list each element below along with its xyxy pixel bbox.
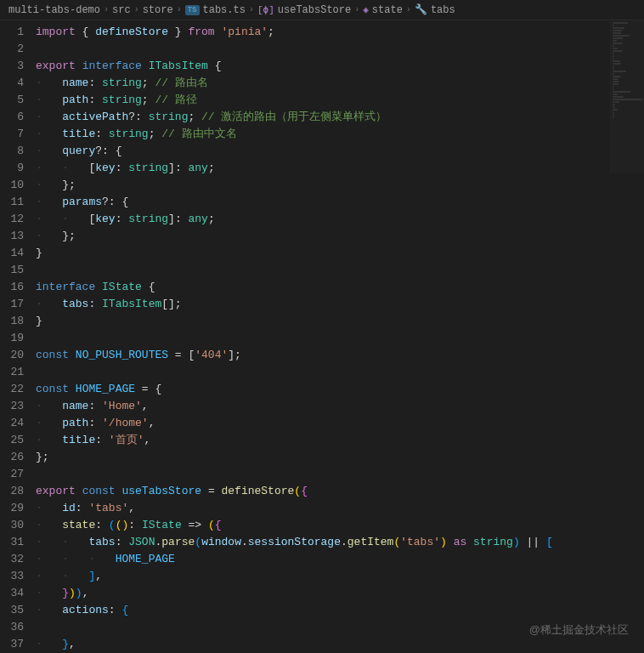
watermark: @稀土掘金技术社区 xyxy=(529,622,629,638)
line-number: 8 xyxy=(0,143,24,160)
code-line[interactable]: · · ], xyxy=(36,568,644,585)
code-line[interactable]: · path: '/home', xyxy=(36,415,644,432)
line-number: 32 xyxy=(0,551,24,568)
code-line[interactable]: · actions: { xyxy=(36,602,644,619)
code-line[interactable]: import { defineStore } from 'pinia'; xyxy=(36,24,644,41)
breadcrumb-item[interactable]: tabs xyxy=(431,4,455,16)
chevron-right-icon: › xyxy=(104,5,109,14)
code-line[interactable]: · tabs: ITabsItem[]; xyxy=(36,296,644,313)
line-number: 37 xyxy=(0,636,24,653)
code-line[interactable]: · name: 'Home', xyxy=(36,398,644,415)
code-line[interactable]: const NO_PUSH_ROUTES = ['404']; xyxy=(36,347,644,364)
breadcrumb-item[interactable]: state xyxy=(372,4,403,16)
code-line[interactable]: · title: '首页', xyxy=(36,432,644,449)
chevron-right-icon: › xyxy=(354,5,359,14)
line-number: 24 xyxy=(0,415,24,432)
line-number: 2 xyxy=(0,41,24,58)
line-number: 10 xyxy=(0,177,24,194)
minimap[interactable] xyxy=(610,20,644,173)
line-number: 13 xyxy=(0,228,24,245)
line-number: 11 xyxy=(0,194,24,211)
code-line[interactable] xyxy=(36,466,644,483)
breadcrumb-item[interactable]: src xyxy=(112,4,131,16)
line-number: 5 xyxy=(0,92,24,109)
symbol-variable-icon: [ϕ] xyxy=(257,4,274,15)
code-line[interactable]: · }; xyxy=(36,177,644,194)
code-editor[interactable]: 1234567891011121314151617181920212223242… xyxy=(0,20,644,653)
code-content[interactable]: import { defineStore } from 'pinia'; exp… xyxy=(36,20,644,653)
line-number: 18 xyxy=(0,313,24,330)
code-line[interactable] xyxy=(36,330,644,347)
code-line[interactable]: interface IState { xyxy=(36,279,644,296)
code-line[interactable]: · state: ((): IState => ({ xyxy=(36,517,644,534)
code-line[interactable] xyxy=(36,262,644,279)
line-number: 19 xyxy=(0,330,24,347)
code-line[interactable]: · · · HOME_PAGE xyxy=(36,551,644,568)
line-number: 22 xyxy=(0,381,24,398)
line-number: 28 xyxy=(0,483,24,500)
code-line[interactable]: · activePath?: string; // 激活的路由（用于左侧菜单样式… xyxy=(36,109,644,126)
line-number: 31 xyxy=(0,534,24,551)
line-number: 25 xyxy=(0,432,24,449)
code-line[interactable]: · params?: { xyxy=(36,194,644,211)
breadcrumb-item[interactable]: multi-tabs-demo xyxy=(8,4,100,16)
code-line[interactable]: export interface ITabsItem { xyxy=(36,58,644,75)
chevron-right-icon: › xyxy=(249,5,254,14)
line-number: 1 xyxy=(0,24,24,41)
breadcrumb-item[interactable]: useTabsStore xyxy=(278,4,351,16)
code-line[interactable]: const HOME_PAGE = { xyxy=(36,381,644,398)
code-line[interactable]: · path: string; // 路径 xyxy=(36,92,644,109)
breadcrumb-item[interactable]: store xyxy=(143,4,173,16)
code-line[interactable]: · }; xyxy=(36,228,644,245)
chevron-right-icon: › xyxy=(177,5,182,14)
code-line[interactable]: · query?: { xyxy=(36,143,644,160)
line-number: 9 xyxy=(0,160,24,177)
line-number: 27 xyxy=(0,466,24,483)
code-line[interactable]: · · [key: string]: any; xyxy=(36,211,644,228)
line-number: 35 xyxy=(0,602,24,619)
line-number: 7 xyxy=(0,126,24,143)
code-line[interactable]: export const useTabsStore = defineStore(… xyxy=(36,483,644,500)
code-line[interactable]: · · [key: string]: any; xyxy=(36,160,644,177)
breadcrumb-item[interactable]: tabs.ts xyxy=(203,4,246,16)
line-number: 23 xyxy=(0,398,24,415)
symbol-method-icon: ◈ xyxy=(363,4,369,15)
code-line[interactable]: · })), xyxy=(36,585,644,602)
line-number: 14 xyxy=(0,245,24,262)
line-number: 3 xyxy=(0,58,24,75)
line-number: 20 xyxy=(0,347,24,364)
line-number: 29 xyxy=(0,500,24,517)
line-number: 4 xyxy=(0,75,24,92)
line-number: 34 xyxy=(0,585,24,602)
code-line[interactable]: }; xyxy=(36,449,644,466)
code-line[interactable]: · }, xyxy=(36,636,644,653)
typescript-file-icon: TS xyxy=(185,5,200,15)
breadcrumb[interactable]: multi-tabs-demo › src › store › TS tabs.… xyxy=(0,0,644,20)
code-line[interactable]: · · tabs: JSON.parse(window.sessionStora… xyxy=(36,534,644,551)
line-number: 26 xyxy=(0,449,24,466)
code-line[interactable]: · name: string; // 路由名 xyxy=(36,75,644,92)
line-number: 17 xyxy=(0,296,24,313)
line-number: 15 xyxy=(0,262,24,279)
code-line[interactable]: · title: string; // 路由中文名 xyxy=(36,126,644,143)
code-line[interactable]: · id: 'tabs', xyxy=(36,500,644,517)
line-number: 16 xyxy=(0,279,24,296)
code-line[interactable] xyxy=(36,364,644,381)
line-number: 21 xyxy=(0,364,24,381)
line-number: 6 xyxy=(0,109,24,126)
code-line[interactable]: } xyxy=(36,313,644,330)
chevron-right-icon: › xyxy=(134,5,139,14)
code-line[interactable] xyxy=(36,41,644,58)
line-number: 30 xyxy=(0,517,24,534)
code-line[interactable]: } xyxy=(36,245,644,262)
line-number: 33 xyxy=(0,568,24,585)
line-number-gutter: 1234567891011121314151617181920212223242… xyxy=(0,20,36,653)
line-number: 36 xyxy=(0,619,24,636)
chevron-right-icon: › xyxy=(406,5,411,14)
symbol-property-icon: 🔧 xyxy=(415,3,427,16)
line-number: 12 xyxy=(0,211,24,228)
